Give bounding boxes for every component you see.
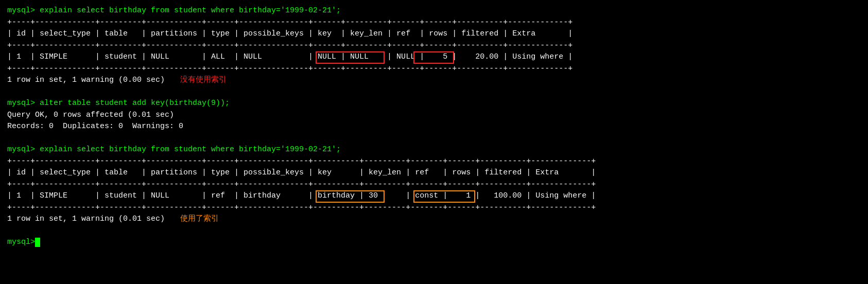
final-prompt-row: mysql> [7,237,861,248]
block1-row: | 1 | SIMPLE | student | NULL | ALL | NU… [7,51,861,63]
block3-annotation: 使用了索引 [180,214,219,225]
block1-command: mysql> explain select birthday from stud… [7,5,861,17]
cursor-block [35,238,40,247]
block1-sep3: +----+-------------+---------+----------… [7,63,861,75]
block2-cmd1: mysql> alter table student add key(birth… [7,98,861,110]
block1-row-container: | 1 | SIMPLE | student | NULL | ALL | NU… [7,51,861,63]
terminal: mysql> explain select birthday from stud… [7,5,861,248]
final-prompt: mysql> [7,237,35,248]
block1-sep2: +----+-------------+---------+----------… [7,40,861,52]
block3-command: mysql> explain select birthday from stud… [7,144,861,156]
block1-section: mysql> explain select birthday from stud… [7,5,861,86]
block2-cmd2: Query OK, 0 rows affected (0.01 sec) [7,110,861,121]
block3-section: mysql> explain select birthday from stud… [7,144,861,225]
block1-footer-row: 1 row in set, 1 warning (0.00 sec) 没有使用索… [7,75,861,86]
block3-footer-row: 1 row in set, 1 warning (0.01 sec) 使用了索引 [7,214,861,225]
block1-sep1: +----+-------------+---------+----------… [7,17,861,29]
block1-footer: 1 row in set, 1 warning (0.00 sec) [7,75,165,86]
block3-sep3: +----+-------------+---------+----------… [7,202,861,214]
block3-row-container: | 1 | SIMPLE | student | NULL | ref | bi… [7,190,861,202]
block1-annotation: 没有使用索引 [180,75,227,86]
block3-header: | id | select_type | table | partitions … [7,167,861,179]
block3-sep1: +----+-------------+---------+----------… [7,156,861,168]
block1-header: | id | select_type | table | partitions … [7,28,861,40]
block2-cmd3: Records: 0 Duplicates: 0 Warnings: 0 [7,121,861,133]
block2-section: mysql> alter table student add key(birth… [7,98,861,133]
block3-row: | 1 | SIMPLE | student | NULL | ref | bi… [7,190,861,202]
block3-footer: 1 row in set, 1 warning (0.01 sec) [7,214,165,225]
block3-sep2: +----+-------------+---------+----------… [7,179,861,191]
